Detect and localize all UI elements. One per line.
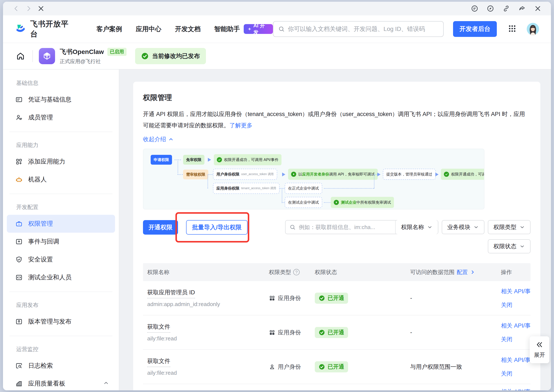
- flow-connector: [324, 202, 330, 203]
- sidebar-item-events[interactable]: 事件与回调: [3, 233, 119, 251]
- sidebar-item-test-org[interactable]: 测试企业和人员: [3, 268, 119, 287]
- flow-need-review-node: 需审核权限: [183, 169, 208, 179]
- perm-name[interactable]: 获取应用管理员 ID: [147, 288, 195, 298]
- flow-connector: [178, 160, 178, 175]
- feishu-logo[interactable]: 飞书开放平台: [15, 19, 76, 39]
- bar-chart-icon: [15, 380, 23, 387]
- search-icon: [289, 224, 296, 230]
- sidebar-item-log-search[interactable]: 日志检索: [3, 357, 119, 375]
- browser-chrome: [3, 2, 551, 15]
- sidebar-item-permissions[interactable]: 权限管理: [7, 215, 115, 233]
- ai-dev-badge[interactable]: AI 开发: [244, 24, 273, 34]
- apps-grid-icon[interactable]: [508, 24, 516, 34]
- permission-card: 权限管理 开通 API 权限后，应用才能以应用身份（tenant_access_…: [133, 82, 540, 390]
- close-window-icon[interactable]: [533, 4, 542, 13]
- sidebar-item-security[interactable]: 安全设置: [3, 251, 119, 268]
- batch-import-export-button[interactable]: 批量导入/导出权限: [186, 220, 248, 235]
- col-perm-status: 权限状态: [315, 268, 410, 276]
- flow-dev-debug-node: ⏸ 以应用开发者身份调用 API，免审核即可调试: [288, 169, 378, 180]
- chevron-up-icon[interactable]: [103, 380, 109, 387]
- close-perm-link[interactable]: 关闭: [501, 370, 531, 378]
- perm-name-select[interactable]: 权限名称: [396, 220, 438, 234]
- actions-row: 开通权限 批量导入/导出权限 权限名称: [143, 220, 531, 253]
- app-bar: 飞书OpenClaw 已启用 正式应用@飞行社 当前修改均已发布: [3, 43, 551, 70]
- chevron-up-icon: [168, 136, 174, 142]
- app-name: 飞书OpenClaw: [60, 48, 104, 56]
- nav-app-center[interactable]: 应用中心: [136, 25, 161, 34]
- feedback-icon[interactable]: [470, 4, 479, 13]
- double-chevron-left-icon: [536, 341, 543, 348]
- app-icon: [39, 48, 55, 64]
- status-badge: 已开通: [315, 293, 348, 304]
- user-identity-icon: [269, 364, 275, 370]
- event-callback-icon: [15, 238, 23, 245]
- scope-config-link[interactable]: 配置: [457, 268, 468, 276]
- sidebar-item-credentials[interactable]: 凭证与基础信息: [3, 91, 119, 109]
- app-subtitle: 正式应用@飞行社: [60, 58, 127, 65]
- chevron-down-icon: [519, 244, 525, 249]
- sidebar-item-add-capability[interactable]: 添加应用能力: [3, 153, 119, 171]
- back-icon[interactable]: [12, 4, 21, 13]
- global-search-input[interactable]: [288, 26, 439, 32]
- expand-label: 展开: [534, 351, 545, 359]
- sidebar-item-quality-dashboard[interactable]: 应用质量看板: [3, 375, 119, 390]
- divider: [32, 50, 33, 62]
- related-api-link[interactable]: 相关 API/事件: [501, 287, 531, 295]
- chevron-right-icon: [470, 269, 476, 275]
- related-api-link[interactable]: 相关 API/事件: [501, 356, 531, 364]
- table-row: 获取文件aily:file:read 用户身份 已开通 与用户权限范围一致 相关…: [143, 350, 531, 384]
- id-card-icon: [15, 96, 23, 103]
- developer-console-button[interactable]: 开发者后台: [453, 21, 497, 37]
- permission-search-input[interactable]: [296, 224, 395, 231]
- chevron-down-icon: [519, 224, 525, 230]
- close-perm-link[interactable]: 关闭: [501, 301, 531, 309]
- table-header: 权限名称 权限类型? 权限状态 可访问的数据范围配置 操作: [143, 263, 531, 281]
- code-icon: [15, 274, 23, 281]
- biz-module-select[interactable]: 业务模块: [442, 220, 484, 234]
- related-api-link[interactable]: 相关 API/事件: [501, 322, 531, 329]
- related-api-link[interactable]: 相关 API/事件: [501, 388, 531, 390]
- expand-panel-button[interactable]: 展开: [530, 336, 549, 363]
- nav-dev-docs[interactable]: 开发文档: [175, 25, 201, 34]
- top-navigation: 飞书开放平台 客户案例 应用中心 开发文档 智能助手 AI 开发 开发者后台: [3, 15, 551, 43]
- scope-value: -: [410, 329, 501, 336]
- perm-name[interactable]: 获取文件: [147, 357, 170, 367]
- sidebar-section-release: 应用发布: [3, 297, 119, 313]
- collapse-intro-link[interactable]: 收起介绍: [143, 135, 174, 143]
- check-circle-icon: [444, 172, 449, 177]
- permission-flow-diagram: 申请权限 免审权限 权限开通成功，可调用 API/事件 需审核权限 用户身份权限…: [143, 149, 484, 210]
- flow-connector: [207, 174, 208, 189]
- sidebar-item-members[interactable]: 成员管理: [3, 109, 119, 126]
- scope-value: -: [410, 295, 501, 301]
- sidebar-item-version-release[interactable]: 版本管理与发布: [3, 313, 119, 331]
- check-circle-icon: [217, 157, 222, 162]
- upload-icon: [15, 318, 23, 325]
- permissions-table: 权限名称 权限类型? 权限状态 可访问的数据范围配置 操作 获取应用管理员 ID…: [143, 263, 531, 390]
- user-add-icon: [15, 114, 23, 121]
- learn-more-link[interactable]: 了解更多: [229, 122, 252, 129]
- flow-no-review-node: 免审权限: [183, 155, 205, 165]
- nav-customer-cases[interactable]: 客户案例: [96, 25, 122, 34]
- forward-icon[interactable]: [24, 4, 33, 13]
- user-avatar[interactable]: [527, 23, 539, 35]
- sidebar-section-basic: 基础信息: [3, 75, 119, 91]
- flow-arrow-icon: [435, 173, 439, 176]
- sidebar-item-bot[interactable]: 机器人: [3, 171, 119, 189]
- chevron-down-icon: [427, 224, 433, 230]
- close-tab-icon[interactable]: [36, 4, 46, 13]
- open-permission-button[interactable]: 开通权限: [143, 220, 178, 235]
- nav-assistant[interactable]: 智能助手: [214, 25, 240, 34]
- perm-type-select[interactable]: 权限类型: [488, 220, 531, 234]
- flow-submit-review-node: 提交版本，管理员审核通过: [383, 169, 436, 180]
- perm-code: admin:app.admin_id:readonly: [147, 301, 269, 308]
- permission-search[interactable]: 权限名称: [285, 220, 438, 234]
- perm-name[interactable]: 获取文件: [147, 323, 170, 333]
- perm-status-select[interactable]: 权限状态: [488, 239, 531, 253]
- close-perm-link[interactable]: 关闭: [501, 336, 531, 343]
- question-circle-icon[interactable]: ?: [293, 269, 300, 275]
- compass-icon[interactable]: [486, 4, 495, 13]
- global-search[interactable]: [273, 21, 444, 37]
- share-icon[interactable]: [517, 4, 527, 13]
- copy-link-icon[interactable]: [502, 4, 511, 13]
- home-icon[interactable]: [14, 52, 27, 61]
